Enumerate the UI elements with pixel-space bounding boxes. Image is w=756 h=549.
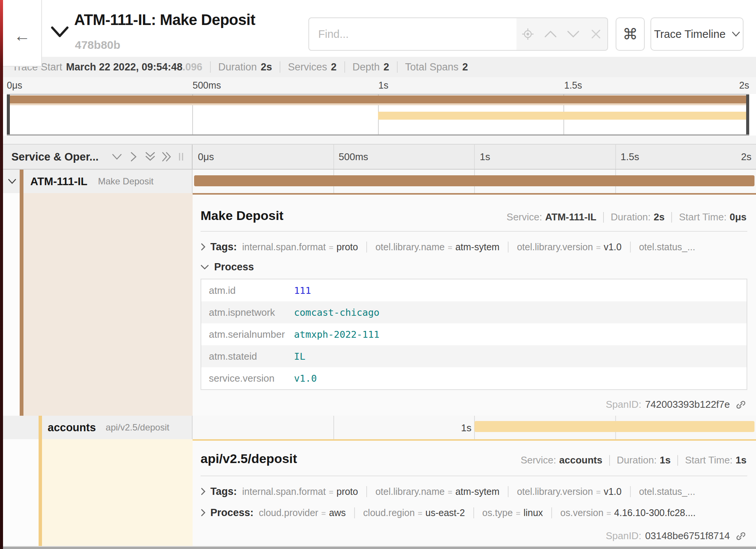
span-row-label-atm[interactable]: ATM-111-IL Make Deposit bbox=[3, 170, 193, 193]
trace-title-chevron-icon[interactable] bbox=[50, 24, 70, 39]
span-operation-name: api/v2.5/deposit bbox=[106, 422, 169, 433]
tags-row[interactable]: Tags: internal.span.format=proto otel.li… bbox=[201, 239, 747, 254]
span-operation-name: Make Deposit bbox=[98, 176, 154, 187]
keyboard-shortcuts-button[interactable]: ⌘ bbox=[616, 17, 645, 51]
timeline-gridline bbox=[615, 145, 616, 169]
tag: os.type=linux bbox=[473, 507, 543, 518]
tags-row[interactable]: Tags: internal.span.format=proto otel.li… bbox=[201, 484, 747, 499]
services-value: 2 bbox=[331, 61, 336, 73]
tags-label: Tags: bbox=[210, 486, 237, 498]
span-detail-accounts: api/v2.5/deposit Service: accounts Durat… bbox=[3, 439, 756, 546]
back-button[interactable]: ← bbox=[3, 0, 42, 67]
table-row: atm.stateid IL bbox=[201, 345, 747, 367]
minimap-span-bar-2 bbox=[378, 112, 749, 120]
table-row: service.version v1.0 bbox=[201, 367, 747, 389]
duration-label: Duration bbox=[218, 61, 257, 73]
service-operation-title: Service & Oper... bbox=[11, 151, 99, 163]
span-id-row: SpanID: 742003393b122f7e bbox=[606, 399, 747, 410]
row-collapse-chevron-down-icon[interactable] bbox=[8, 178, 17, 184]
tag: otel.library.name=atm-sytem bbox=[366, 486, 499, 497]
back-arrow-icon: ← bbox=[14, 27, 31, 44]
span-row-accounts: accounts api/v2.5/deposit 1s bbox=[3, 416, 756, 439]
span-row-label-accounts[interactable]: accounts api/v2.5/deposit bbox=[3, 416, 193, 439]
next-result-chevron-down-icon[interactable] bbox=[563, 23, 583, 45]
chevron-down-icon bbox=[201, 265, 209, 270]
minimap-right-handle[interactable] bbox=[746, 95, 749, 134]
table-row: atm.serialnumber atmxph-2022-111 bbox=[201, 323, 747, 345]
tags-label: Tags: bbox=[210, 241, 237, 253]
minimap-left-handle[interactable] bbox=[7, 95, 10, 134]
span-detail-meta: Service: accounts Duration: 1s Start Tim… bbox=[521, 454, 747, 466]
timeline-gridline bbox=[474, 145, 475, 169]
total-spans-label: Total Spans bbox=[405, 61, 459, 73]
minimap-span-bar-1 bbox=[7, 95, 749, 103]
span-bar-atm[interactable] bbox=[194, 175, 754, 186]
column-resizer-handle[interactable] bbox=[179, 153, 183, 161]
services-label: Services bbox=[288, 61, 327, 73]
timeline-column-header: Service & Oper... 0μs 500ms 1s 1.5s 2s bbox=[3, 144, 756, 170]
timeline-tick: 2s bbox=[741, 151, 751, 163]
trace-start-fraction: .096 bbox=[182, 61, 202, 73]
timeline-tick: 1s bbox=[480, 151, 490, 163]
span-id-row: SpanID: 03148be6751f8714 bbox=[606, 530, 747, 542]
span-color-strip bbox=[20, 193, 23, 416]
clear-search-icon[interactable] bbox=[586, 23, 606, 45]
find-controls bbox=[516, 17, 608, 51]
process-row[interactable]: Process: cloud.provider=aws cloud.region… bbox=[201, 505, 747, 520]
span-detail-top-border bbox=[193, 193, 756, 195]
copy-link-icon[interactable] bbox=[735, 399, 747, 410]
collapse-all-double-chevron-down-icon[interactable] bbox=[142, 149, 159, 164]
bottom-scroll-edge bbox=[3, 546, 756, 549]
expand-all-double-chevron-right-icon[interactable] bbox=[159, 149, 175, 164]
timeline-tick: 0μs bbox=[198, 151, 214, 163]
span-duration-label: 1s bbox=[450, 422, 471, 434]
trace-start-value: March 22 2022, 09:54:48 bbox=[66, 61, 183, 73]
view-selector-dropdown[interactable]: Trace Timeline bbox=[650, 17, 744, 51]
tag: cloud.region=us-east-2 bbox=[354, 507, 465, 518]
minimap-viewport[interactable] bbox=[7, 94, 749, 136]
process-section-toggle[interactable]: Process bbox=[201, 261, 254, 273]
span-color-strip bbox=[39, 439, 42, 546]
minimap-tick: 0μs bbox=[7, 80, 22, 91]
minimap-tick: 500ms bbox=[193, 80, 221, 91]
process-label: Process: bbox=[210, 507, 254, 519]
span-detail-top-border bbox=[193, 439, 756, 441]
tag: internal.span.format=proto bbox=[242, 486, 358, 497]
window-edge-strip bbox=[0, 0, 3, 549]
chevron-down-icon bbox=[732, 31, 740, 37]
copy-link-icon[interactable] bbox=[735, 530, 747, 542]
timeline-tick: 1.5s bbox=[621, 151, 639, 163]
span-detail-meta: Service: ATM-111-IL Duration: 2s Start T… bbox=[507, 211, 747, 223]
service-operation-column-header: Service & Oper... bbox=[3, 145, 193, 169]
span-detail-atm: Make Deposit Service: ATM-111-IL Duratio… bbox=[3, 193, 756, 416]
tag: internal.span.format=proto bbox=[242, 242, 358, 253]
tag: otel.library.version=v1.0 bbox=[508, 242, 622, 253]
span-row-atm: ATM-111-IL Make Deposit bbox=[3, 170, 756, 193]
timeline-gridline bbox=[333, 145, 334, 169]
table-row: atm.id 111 bbox=[201, 279, 747, 301]
span-bar-accounts[interactable] bbox=[474, 421, 754, 432]
page-title: ATM-111-IL: Make Deposit bbox=[74, 11, 255, 28]
minimap-tick: 1.5s bbox=[564, 80, 582, 91]
span-detail-title: api/v2.5/deposit bbox=[201, 451, 297, 466]
prev-result-chevron-up-icon[interactable] bbox=[541, 23, 560, 45]
depth-label: Depth bbox=[353, 61, 380, 73]
locate-icon[interactable] bbox=[518, 23, 538, 45]
collapse-one-chevron-down-icon[interactable] bbox=[109, 149, 125, 164]
span-service-name: accounts bbox=[48, 421, 96, 434]
tag: otel.library.version=v1.0 bbox=[508, 486, 622, 497]
view-selector-label: Trace Timeline bbox=[654, 28, 725, 41]
chevron-right-icon bbox=[201, 243, 206, 251]
trace-id: 478b80b bbox=[75, 39, 120, 51]
total-spans-value: 2 bbox=[462, 61, 468, 73]
command-icon: ⌘ bbox=[623, 25, 638, 43]
span-detail-indent-tint bbox=[42, 439, 193, 546]
span-detail-title: Make Deposit bbox=[201, 208, 283, 223]
find-input[interactable] bbox=[308, 17, 517, 51]
span-detail-indent-tint bbox=[23, 193, 193, 416]
expand-one-chevron-right-icon[interactable] bbox=[125, 149, 142, 164]
chevron-right-icon bbox=[201, 508, 206, 517]
trace-timeline-page: ← ATM-111-IL: Make Deposit 478b80b ⌘ Tra… bbox=[0, 0, 756, 549]
span-color-strip bbox=[20, 170, 23, 193]
tag: otel.status_... bbox=[630, 242, 695, 253]
